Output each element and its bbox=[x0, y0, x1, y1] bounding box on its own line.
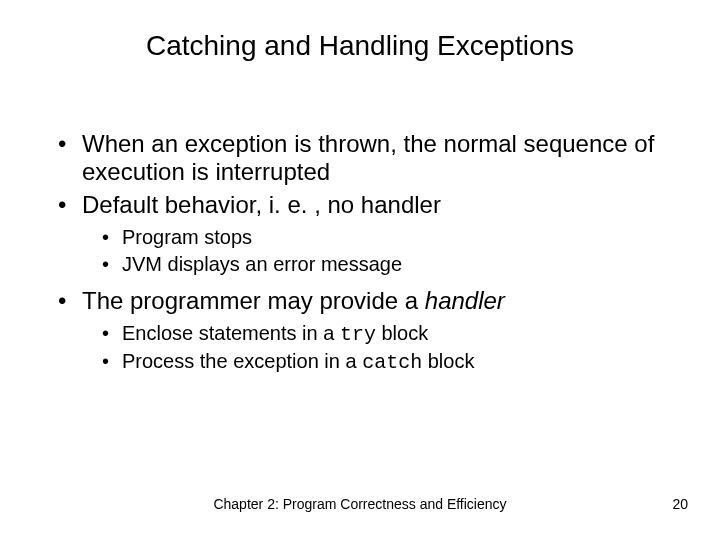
sub-bullet-text-post: block bbox=[376, 322, 428, 344]
slide-body: When an exception is thrown, the normal … bbox=[54, 130, 664, 385]
bullet-item: When an exception is thrown, the normal … bbox=[54, 130, 664, 187]
slide-title: Catching and Handling Exceptions bbox=[0, 30, 720, 62]
sub-bullet-text-pre: Enclose statements in a bbox=[122, 322, 340, 344]
bullet-text: When an exception is thrown, the normal … bbox=[82, 130, 654, 185]
code-text: try bbox=[340, 323, 376, 346]
sub-bullet-item: JVM displays an error message bbox=[100, 252, 664, 277]
bullet-item: The programmer may provide a handler Enc… bbox=[54, 287, 664, 375]
sub-bullet-item: Enclose statements in a try block bbox=[100, 321, 664, 347]
sub-bullet-text: JVM displays an error message bbox=[122, 253, 402, 275]
footer-page-number: 20 bbox=[672, 496, 688, 512]
sub-bullet-text-pre: Process the exception in a bbox=[122, 350, 362, 372]
code-text: catch bbox=[362, 351, 422, 374]
sub-bullet-list: Enclose statements in a try block Proces… bbox=[82, 321, 664, 375]
sub-bullet-text: Program stops bbox=[122, 226, 252, 248]
sub-bullet-item: Process the exception in a catch block bbox=[100, 349, 664, 375]
bullet-list: When an exception is thrown, the normal … bbox=[54, 130, 664, 375]
footer-chapter: Chapter 2: Program Correctness and Effic… bbox=[0, 496, 720, 512]
bullet-text-emphasis: handler bbox=[425, 287, 505, 314]
sub-bullet-text-post: block bbox=[422, 350, 474, 372]
sub-bullet-list: Program stops JVM displays an error mess… bbox=[82, 225, 664, 277]
slide: Catching and Handling Exceptions When an… bbox=[0, 0, 720, 540]
bullet-text-pre: The programmer may provide a bbox=[82, 287, 425, 314]
bullet-item: Default behavior, i. e. , no handler Pro… bbox=[54, 191, 664, 277]
bullet-text: Default behavior, i. e. , no handler bbox=[82, 191, 441, 218]
sub-bullet-item: Program stops bbox=[100, 225, 664, 250]
